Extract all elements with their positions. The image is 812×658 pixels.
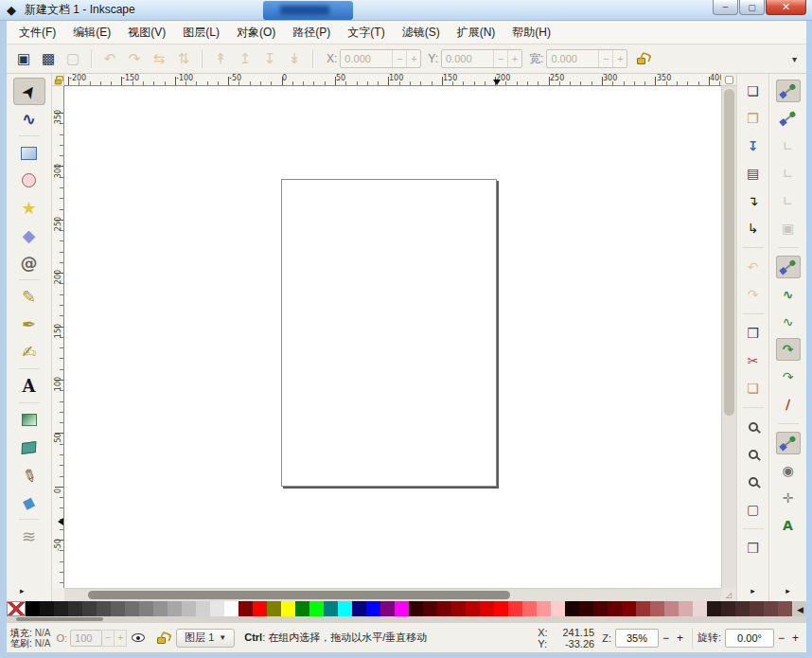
paintbucket-tool[interactable]: ◆	[13, 489, 45, 516]
x-field-input[interactable]	[341, 52, 390, 65]
layer-lock-button[interactable]	[150, 628, 172, 649]
snap-others-button[interactable]	[776, 432, 801, 454]
palette-swatch[interactable]	[380, 601, 395, 616]
menu-item[interactable]: 对象(O)	[228, 21, 284, 44]
fill-stroke-indicator[interactable]: 填充:N/A 笔刷:N/A	[10, 628, 50, 649]
palette-swatch[interactable]	[565, 601, 579, 616]
palette-swatch[interactable]	[125, 601, 139, 616]
zoom-increase-button[interactable]: +	[673, 629, 687, 648]
palette-swatch-none[interactable]	[7, 601, 26, 616]
palette-swatch[interactable]	[480, 601, 494, 616]
rotation-decrease-button[interactable]: −	[774, 629, 788, 648]
x-field-increase-button[interactable]: +	[406, 50, 420, 67]
snap-bounding-box-button[interactable]	[776, 107, 801, 130]
cut-button[interactable]: ✂	[741, 349, 766, 372]
palette-swatch[interactable]	[508, 601, 522, 616]
palette-swatch[interactable]	[537, 601, 551, 616]
zoom-decrease-button[interactable]: −	[659, 629, 673, 648]
snap-text-baseline-button[interactable]: A	[776, 514, 801, 537]
palette-swatch[interactable]	[338, 601, 352, 616]
palette-scrollbar-thumb[interactable]	[16, 617, 103, 621]
palette-swatch[interactable]	[196, 601, 210, 616]
ellipse-tool[interactable]	[13, 167, 45, 194]
opacity-increase-button[interactable]: +	[115, 630, 127, 647]
palette-swatch[interactable]	[40, 601, 54, 616]
tweak-tool[interactable]: ≋	[13, 523, 45, 550]
palette-swatch[interactable]	[267, 601, 281, 616]
y-field-input[interactable]	[442, 52, 491, 65]
palette-swatch[interactable]	[68, 601, 82, 616]
palette-swatch[interactable]	[295, 601, 309, 616]
close-button[interactable]: ✕	[766, 0, 806, 15]
vertical-scrollbar[interactable]	[721, 86, 736, 588]
menu-item[interactable]: 图层(L)	[174, 21, 228, 44]
import-document-button[interactable]: ↴	[741, 189, 766, 212]
palette-swatch[interactable]	[238, 601, 253, 616]
menu-item[interactable]: 滤镜(S)	[394, 21, 449, 44]
palette-swatch[interactable]	[253, 601, 267, 616]
palette-swatch[interactable]	[409, 601, 423, 616]
palette-swatch[interactable]	[778, 601, 792, 616]
palette-swatch[interactable]	[168, 601, 182, 616]
spiral-tool[interactable]: @	[13, 249, 45, 276]
palette-swatch[interactable]	[494, 601, 508, 616]
menu-item[interactable]: 扩展(N)	[449, 21, 504, 44]
palette-swatch[interactable]	[707, 601, 721, 616]
palette-swatch[interactable]	[423, 601, 437, 616]
save-document-button[interactable]: ↧	[741, 134, 766, 157]
palette-swatch[interactable]	[281, 601, 295, 616]
calligraphy-tool[interactable]: ✍	[13, 338, 45, 365]
palette-swatch[interactable]	[650, 601, 664, 616]
node-tool[interactable]: ∿	[13, 105, 45, 133]
snap-enable-button[interactable]	[776, 80, 801, 102]
menu-item[interactable]: 视图(V)	[119, 21, 174, 44]
y-field-increase-button[interactable]: +	[507, 50, 521, 67]
document-properties-button[interactable]: ▢	[741, 498, 766, 521]
horizontal-ruler[interactable]: -200-150-100-50050100150200250300350400	[64, 74, 721, 86]
snap-bbox-edge-midpoints-button[interactable]: ∟	[776, 189, 801, 212]
snap-bbox-centers-button[interactable]: ▣	[776, 217, 801, 240]
print-document-button[interactable]: ▤	[741, 162, 766, 185]
zoom-drawing-button[interactable]	[741, 443, 766, 466]
palette-swatch[interactable]	[54, 601, 68, 616]
palette-scroll-left-button[interactable]: ◀	[797, 605, 803, 614]
horizontal-scrollbar[interactable]	[64, 588, 721, 601]
rotation-increase-button[interactable]: +	[788, 629, 803, 648]
opacity-input[interactable]: 100	[70, 630, 102, 647]
maximize-button[interactable]: ▢	[739, 0, 765, 15]
dropper-tool[interactable]: ✐	[13, 461, 45, 489]
opacity-decrease-button[interactable]: −	[102, 630, 115, 647]
palette-swatch[interactable]	[622, 601, 636, 616]
horizontal-scrollbar-thumb[interactable]	[88, 591, 510, 599]
menu-item[interactable]: 路径(P)	[284, 21, 339, 44]
select-all-layers-button[interactable]: ▩	[37, 47, 60, 70]
snap-to-paths-button[interactable]: ∿	[776, 283, 801, 306]
palette-swatch[interactable]	[366, 601, 380, 616]
palette-swatch[interactable]	[309, 601, 324, 616]
snap-expand-button[interactable]: ▸	[786, 586, 790, 596]
palette-swatch[interactable]	[26, 601, 40, 616]
menu-item[interactable]: 文件(F)	[10, 21, 64, 44]
palette-swatch[interactable]	[82, 601, 97, 616]
sticky-zoom-button[interactable]	[721, 74, 736, 86]
palette-swatch[interactable]	[750, 601, 764, 616]
palette-swatch[interactable]	[636, 601, 650, 616]
snap-smooth-nodes-button[interactable]: ↷	[776, 365, 801, 388]
palette-swatch[interactable]	[551, 601, 565, 616]
palette-swatch[interactable]	[593, 601, 608, 616]
undo-button[interactable]: ↶	[741, 256, 766, 278]
palette-swatch[interactable]	[224, 601, 238, 616]
vertical-ruler[interactable]: 350300250200150100500-50	[52, 86, 64, 588]
box3d-tool[interactable]: ◆	[13, 222, 45, 249]
rotation-input[interactable]: 0.00°	[725, 629, 774, 648]
toolbar-overflow-button[interactable]: ▾	[788, 50, 801, 68]
snap-path-intersections-button[interactable]: ∿	[776, 311, 801, 333]
ruler-corner[interactable]	[52, 74, 64, 86]
palette-swatch[interactable]	[522, 601, 537, 616]
palette-swatch[interactable]	[111, 601, 125, 616]
text-tool[interactable]: A	[13, 372, 45, 400]
snap-object-centers-button[interactable]: ◉	[776, 459, 801, 482]
paste-button[interactable]: ❏	[741, 377, 766, 400]
menu-item[interactable]: 帮助(H)	[503, 21, 559, 44]
layers-dialog-button[interactable]: ❒	[741, 537, 766, 560]
